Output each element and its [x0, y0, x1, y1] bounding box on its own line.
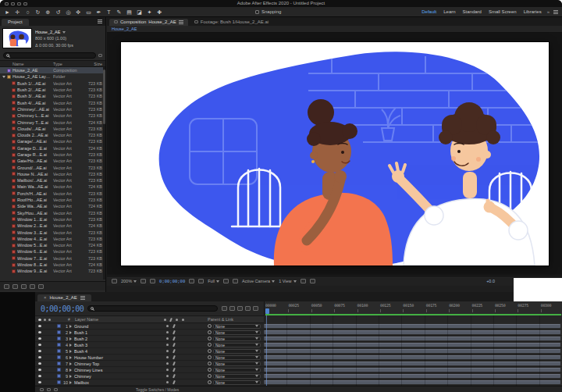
magnification-dropdown[interactable]: 200% [121, 279, 137, 283]
timeline-layer-row[interactable]: 9 Chimney None [35, 373, 562, 380]
video-column-icon[interactable] [38, 319, 41, 321]
layer-label-color[interactable] [57, 324, 61, 328]
project-item-row[interactable]: Roof/Ho...AE.ai Vector Art 723 KB [0, 197, 105, 203]
column-header-size[interactable]: Size [84, 62, 105, 66]
layer-track[interactable] [264, 330, 562, 336]
timeline-layer-row[interactable]: 2 Bush 1 None [35, 330, 562, 336]
project-item-row[interactable]: Clouds/...AE.ai Vector Art 723 KB [0, 126, 105, 132]
orbit-camera-tool[interactable]: ↻ [34, 9, 41, 15]
timeline-layer-row[interactable]: 5 Bush 4 None [35, 348, 562, 355]
column-header-name[interactable]: Name [0, 62, 53, 66]
layer-track[interactable] [264, 367, 562, 373]
composition-mini-flowchart-icon[interactable] [222, 306, 227, 311]
snapshot-icon[interactable] [189, 279, 194, 283]
ruler-icon[interactable] [140, 279, 146, 283]
project-item-row[interactable]: Main Wa...AE.ai Vector Art 724 KB [0, 184, 105, 190]
home-icon[interactable] [11, 2, 15, 5]
text-tool[interactable]: T [105, 9, 112, 15]
expand-layer-switches-icon[interactable] [40, 388, 44, 391]
timeline-layer-row[interactable]: 6 House Number None [35, 355, 562, 361]
project-item-row[interactable]: Porch/H...AE.ai Vector Art 723 KB [0, 191, 105, 197]
layer-duration-bar[interactable] [264, 374, 560, 378]
camera-dropdown[interactable]: Active Camera [242, 279, 275, 283]
layer-visibility-toggle[interactable] [38, 356, 45, 358]
panel-menu-icon[interactable] [80, 296, 85, 300]
resolution-dropdown[interactable]: Full [208, 279, 219, 283]
layer-label-color[interactable] [57, 380, 61, 384]
tab-timeline-comp[interactable]: × House_2_AE [37, 294, 91, 301]
transparency-grid-icon[interactable] [233, 279, 238, 283]
parent-dropdown[interactable]: None [213, 349, 261, 354]
overflow-chevrons-icon[interactable]: » [547, 9, 550, 14]
brush-tool[interactable]: ✎ [116, 9, 123, 15]
layer-switches[interactable] [164, 368, 208, 372]
layer-switches[interactable] [164, 355, 208, 359]
project-item-row[interactable]: Window 1...E.ai Vector Art 723 KB [0, 216, 105, 223]
layer-visibility-toggle[interactable] [38, 381, 45, 383]
window-icon[interactable] [17, 2, 21, 5]
layer-track[interactable] [264, 323, 562, 330]
project-item-row[interactable]: Window 4...E.ai Vector Art 723 KB [0, 236, 105, 242]
puppet-pin-tool[interactable]: ✚ [156, 9, 163, 15]
expand-in-out-icon[interactable] [54, 388, 58, 391]
project-item-row[interactable]: Bush 3/...AE.ai Vector Art 723 KB [0, 93, 105, 99]
layer-duration-bar[interactable] [264, 349, 560, 353]
workspace-tab[interactable]: Default [422, 9, 436, 14]
view-layout-dropdown[interactable]: 1 View [279, 279, 296, 283]
layer-switches[interactable] [164, 362, 208, 365]
project-item-row[interactable]: Mailbox/...AE.ai Vector Art 723 KB [0, 177, 105, 184]
dolly-camera-tool[interactable]: ↺ [55, 9, 62, 15]
project-item-row[interactable]: Window 7...E.ai Vector Art 723 KB [0, 255, 105, 262]
timeline-layer-row[interactable]: 7 Chimney Top None [35, 361, 562, 367]
project-item-row[interactable]: Window 5...E.ai Vector Art 724 KB [0, 242, 105, 248]
audio-column-icon[interactable] [44, 319, 46, 321]
layer-duration-bar[interactable] [264, 324, 560, 328]
pixel-aspect-icon[interactable] [301, 279, 306, 283]
parent-dropdown[interactable]: None [213, 337, 261, 341]
expand-transfer-controls-icon[interactable] [47, 388, 51, 391]
project-item-row[interactable]: House_2_AE Composition [0, 67, 105, 73]
parent-pickwhip-icon[interactable] [208, 343, 212, 347]
project-search-input[interactable] [3, 52, 96, 59]
layer-track[interactable] [264, 361, 562, 367]
layer-label-color[interactable] [57, 374, 61, 378]
layer-label-color[interactable] [57, 368, 61, 372]
parent-pickwhip-icon[interactable] [208, 380, 212, 384]
grid-options-icon[interactable] [112, 279, 117, 283]
layer-track[interactable] [264, 336, 562, 342]
parent-dropdown[interactable]: None [213, 368, 261, 372]
layer-label-color[interactable] [57, 337, 61, 340]
current-timecode[interactable]: 0;00;00;00 [41, 305, 84, 313]
eraser-tool[interactable]: ◪ [136, 9, 143, 15]
layer-visibility-toggle[interactable] [38, 369, 45, 371]
project-item-row[interactable]: Ground/...AE.ai Vector Art 723 KB [0, 164, 105, 170]
hand-tool[interactable]: ✛ [14, 9, 21, 15]
timeline-layer-row[interactable]: 3 Bush 2 None [35, 336, 562, 342]
project-item-row[interactable]: Garage D...E.ai Vector Art 724 KB [0, 145, 105, 151]
layer-label-color[interactable] [57, 362, 61, 365]
timeline-layer-row[interactable]: 1 Ground None [35, 323, 562, 330]
exposure-control[interactable]: +0.0 [486, 279, 495, 283]
parent-pickwhip-icon[interactable] [208, 355, 212, 359]
layer-switches[interactable] [164, 324, 208, 328]
layer-track[interactable] [264, 373, 562, 380]
layer-track[interactable] [264, 355, 562, 361]
close-icon[interactable]: × [44, 295, 47, 300]
workspace-tab[interactable]: Small Screen [489, 9, 517, 14]
selection-tool[interactable]: ► [4, 9, 11, 15]
panel-menu-icon[interactable] [98, 20, 102, 23]
layer-label-color[interactable] [57, 343, 61, 347]
fast-previews-icon[interactable] [310, 279, 315, 283]
parent-dropdown[interactable]: None [213, 374, 261, 379]
project-item-row[interactable]: Clouds 2...AE.ai Vector Art 723 KB [0, 132, 105, 138]
parent-pickwhip-icon[interactable] [208, 362, 212, 365]
column-header-type[interactable]: Type [53, 62, 84, 66]
interpret-footage-icon[interactable] [4, 284, 9, 289]
project-item-row[interactable]: Window 8...E.ai Vector Art 724 KB [0, 262, 105, 268]
project-item-row[interactable]: Gate/Ho...AE.ai Vector Art 723 KB [0, 158, 105, 164]
layer-visibility-toggle[interactable] [38, 331, 45, 333]
zoom-tool[interactable]: ○ [24, 9, 31, 15]
workspace-tab[interactable]: Libraries [524, 9, 542, 14]
layer-switches[interactable] [164, 343, 208, 347]
layer-switches[interactable] [164, 337, 208, 340]
